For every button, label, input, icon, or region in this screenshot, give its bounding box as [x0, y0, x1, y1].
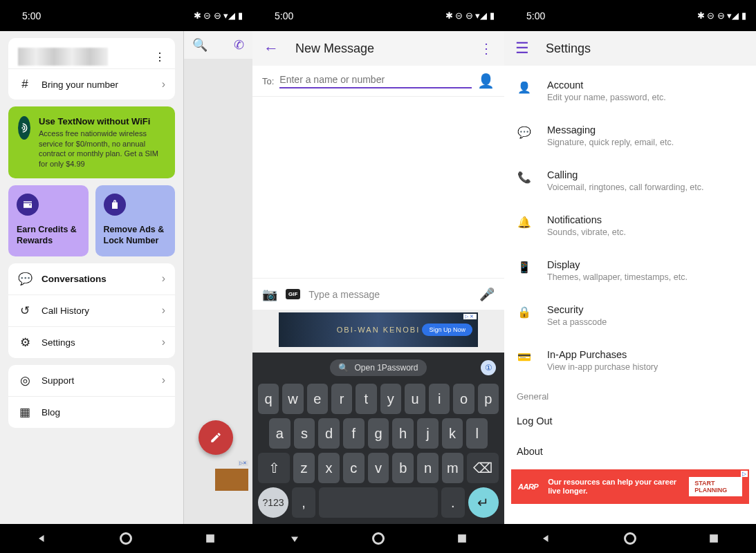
- search-icon[interactable]: 🔍: [192, 37, 208, 53]
- lock-bag-icon: [104, 194, 126, 216]
- key-p[interactable]: p: [478, 384, 499, 414]
- back-nav-down-icon[interactable]: [288, 532, 302, 545]
- sim-promo-card[interactable]: Use TextNow without WiFi Access free nat…: [8, 106, 175, 178]
- settings-item-notifications[interactable]: 🔔NotificationsSounds, vibrate, etc.: [504, 203, 756, 248]
- svg-rect-1: [458, 534, 466, 543]
- key-t[interactable]: t: [356, 384, 376, 414]
- compose-input[interactable]: Type a message: [308, 289, 471, 300]
- logout-row[interactable]: Log Out: [504, 406, 756, 436]
- nav-settings-label: Settings: [42, 337, 152, 348]
- key-q[interactable]: q: [258, 384, 279, 414]
- key-w[interactable]: w: [282, 384, 303, 414]
- ad-cta-button[interactable]: START PLANNING: [689, 477, 742, 496]
- bring-number-row[interactable]: # Bring your number ›: [8, 68, 175, 100]
- recent-nav-icon[interactable]: [203, 532, 217, 545]
- key-s[interactable]: s: [294, 418, 315, 449]
- settings-item-in-app-purchases[interactable]: 💳In-App PurchasesView in-app purchase hi…: [504, 338, 756, 383]
- key-a[interactable]: a: [269, 418, 291, 449]
- settings-list: 👤AccountEdit your name, password, etc.💬M…: [504, 66, 756, 383]
- compose-fab[interactable]: [199, 420, 233, 455]
- nav-blog[interactable]: ▦ Blog: [8, 396, 175, 428]
- key-d[interactable]: d: [318, 418, 340, 449]
- back-nav-icon[interactable]: [35, 532, 49, 545]
- settings-item-account[interactable]: 👤AccountEdit your name, password, etc.: [504, 68, 756, 113]
- key-b[interactable]: b: [392, 453, 414, 483]
- settings-item-display[interactable]: 📱DisplayThemes, wallpaper, timestamps, e…: [504, 248, 756, 293]
- key-h[interactable]: h: [392, 418, 414, 449]
- hamburger-menu-icon[interactable]: ☰: [515, 39, 529, 57]
- aarp-banner-ad[interactable]: AARP Our resources can help your career …: [511, 469, 749, 504]
- space-key[interactable]: [319, 487, 437, 518]
- key-u[interactable]: u: [405, 384, 425, 414]
- key-o[interactable]: o: [453, 384, 474, 414]
- nav-settings[interactable]: ⚙ Settings ›: [8, 326, 175, 358]
- settings-item-messaging[interactable]: 💬MessagingSignature, quick reply, email,…: [504, 113, 756, 158]
- settings-item-calling[interactable]: 📞CallingVoicemail, ringtones, call forwa…: [504, 158, 756, 203]
- comma-key[interactable]: ,: [292, 487, 315, 518]
- key-f[interactable]: f: [343, 418, 365, 449]
- earn-credits-card[interactable]: Earn Credits & Rewards: [8, 185, 89, 256]
- gif-icon[interactable]: GIF: [286, 289, 300, 299]
- svg-rect-2: [710, 534, 718, 543]
- nav-conversations[interactable]: 💬 Conversations ›: [8, 263, 175, 294]
- support-icon: ◎: [18, 373, 32, 388]
- compose-bar: 📷 GIF Type a message 🎤: [252, 278, 504, 310]
- key-v[interactable]: v: [368, 453, 389, 483]
- overflow-menu-icon[interactable]: ⋮: [154, 50, 165, 64]
- small-ad[interactable]: ▷✕: [215, 469, 248, 491]
- suggestion-text: Open 1Password: [354, 363, 418, 373]
- settings-item-title: In-App Purchases: [547, 349, 658, 360]
- key-r[interactable]: r: [331, 384, 352, 414]
- contact-icon[interactable]: 👤: [477, 73, 495, 89]
- app-bar: ☰ Settings: [504, 31, 756, 66]
- key-c[interactable]: c: [343, 453, 365, 483]
- symbols-key[interactable]: ?123: [258, 487, 288, 518]
- settings-item-security[interactable]: 🔒SecuritySet a passcode: [504, 293, 756, 338]
- home-nav-icon[interactable]: [624, 532, 636, 545]
- recent-nav-icon[interactable]: [707, 532, 721, 545]
- profile-card: ⋮ # Bring your number ›: [8, 38, 175, 100]
- recent-nav-icon[interactable]: [455, 532, 469, 545]
- back-arrow-icon[interactable]: ←: [264, 39, 279, 57]
- backspace-key[interactable]: ⌫: [467, 453, 499, 483]
- recipient-input[interactable]: [279, 74, 472, 85]
- key-i[interactable]: i: [429, 384, 450, 414]
- about-row[interactable]: About: [504, 436, 756, 467]
- key-m[interactable]: m: [442, 453, 463, 483]
- overflow-menu-icon[interactable]: ⋮: [479, 40, 493, 57]
- conversation-icon: 💬: [18, 272, 32, 286]
- ad-marker-icon[interactable]: ▷: [741, 471, 748, 477]
- nav-support[interactable]: ◎ Support ›: [8, 365, 175, 396]
- period-key[interactable]: .: [441, 487, 465, 518]
- nav-call-history[interactable]: ↺ Call History ›: [8, 294, 175, 326]
- key-l[interactable]: l: [466, 418, 488, 449]
- shift-key[interactable]: ⇧: [258, 453, 290, 483]
- home-nav-icon[interactable]: [120, 532, 132, 545]
- nav-history-label: Call History: [42, 306, 152, 316]
- settings-item-subtitle: Themes, wallpaper, timestamps, etc.: [547, 272, 688, 282]
- chevron-right-icon: ›: [162, 78, 165, 91]
- key-j[interactable]: j: [417, 418, 439, 449]
- microphone-icon[interactable]: 🎤: [479, 287, 495, 302]
- bell-icon: 🔔: [517, 216, 532, 229]
- chevron-right-icon: ›: [162, 336, 165, 348]
- key-e[interactable]: e: [307, 384, 328, 414]
- camera-icon[interactable]: 📷: [262, 287, 277, 302]
- ad-marker-icon[interactable]: ▷✕: [463, 314, 477, 319]
- onepassword-icon[interactable]: ①: [481, 360, 496, 375]
- key-g[interactable]: g: [368, 418, 389, 449]
- enter-key[interactable]: ↵: [468, 487, 499, 518]
- remove-ads-card[interactable]: Remove Ads & Lock Number: [95, 185, 176, 256]
- key-y[interactable]: y: [380, 384, 401, 414]
- key-n[interactable]: n: [417, 453, 439, 483]
- key-k[interactable]: k: [442, 418, 463, 449]
- clock: 5:00: [275, 10, 293, 21]
- home-nav-icon[interactable]: [372, 532, 385, 545]
- back-nav-icon[interactable]: [540, 532, 553, 545]
- dialer-icon[interactable]: ✆: [234, 37, 244, 53]
- key-z[interactable]: z: [293, 453, 315, 483]
- password-suggestion[interactable]: 🔍 Open 1Password: [330, 359, 426, 376]
- banner-ad[interactable]: OBI-WAN KENOBI Sign Up Now ▷✕: [279, 312, 478, 347]
- ad-cta-button[interactable]: Sign Up Now: [422, 324, 472, 336]
- key-x[interactable]: x: [318, 453, 340, 483]
